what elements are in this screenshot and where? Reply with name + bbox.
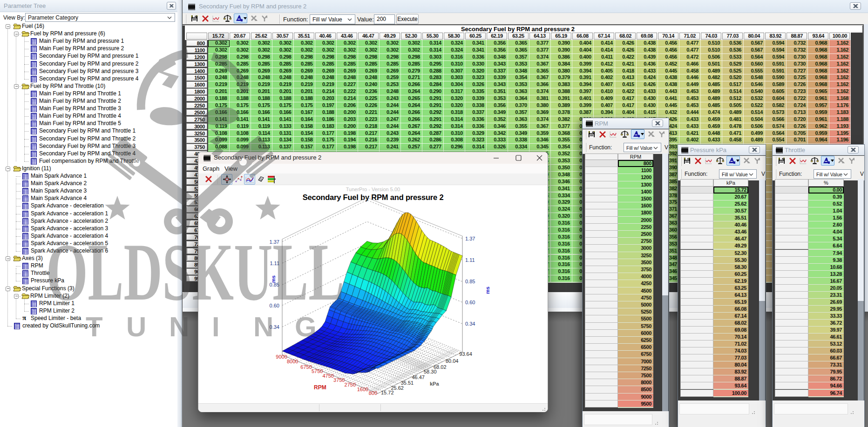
svg-text:46.47: 46.47 xyxy=(412,374,425,380)
svg-text:9000: 9000 xyxy=(276,354,287,360)
svg-text:15.72: 15.72 xyxy=(381,390,394,395)
svg-text:1.37: 1.37 xyxy=(465,236,475,241)
svg-text:2750: 2750 xyxy=(345,382,356,387)
svg-text:93.64: 93.64 xyxy=(459,351,472,357)
svg-text:0.85: 0.85 xyxy=(465,279,475,284)
svg-text:5750: 5750 xyxy=(312,368,323,374)
svg-text:RPM: RPM xyxy=(314,384,326,391)
svg-text:ms: ms xyxy=(485,287,490,294)
svg-text:58.30: 58.30 xyxy=(424,369,437,374)
svg-text:25.62: 25.62 xyxy=(391,385,404,391)
svg-text:0.60: 0.60 xyxy=(270,303,279,308)
svg-text:68.02: 68.02 xyxy=(434,364,447,370)
svg-text:0.60: 0.60 xyxy=(465,300,475,305)
svg-text:ms: ms xyxy=(271,275,276,283)
svg-text:0.34: 0.34 xyxy=(270,324,279,330)
svg-text:1.37: 1.37 xyxy=(270,239,279,245)
svg-text:1.11: 1.11 xyxy=(270,260,279,266)
svg-text:0.34: 0.34 xyxy=(465,321,475,327)
svg-text:1.11: 1.11 xyxy=(465,257,475,263)
svg-text:6750: 6750 xyxy=(300,364,312,370)
svg-text:kPa: kPa xyxy=(430,381,439,387)
svg-text:3750: 3750 xyxy=(333,377,345,383)
svg-text:35.51: 35.51 xyxy=(401,380,414,386)
svg-text:8000: 8000 xyxy=(287,359,298,364)
svg-text:1600: 1600 xyxy=(357,387,368,392)
svg-text:4750: 4750 xyxy=(322,373,333,379)
svg-text:80.04: 80.04 xyxy=(446,358,459,364)
svg-text:800: 800 xyxy=(369,390,377,396)
